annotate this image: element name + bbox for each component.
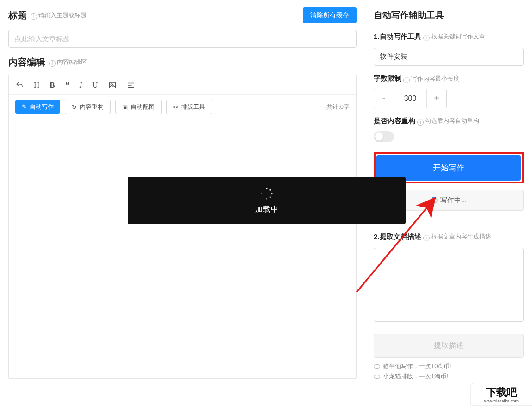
auto-image-button[interactable]: ▣自动配图 (115, 100, 162, 114)
stepper-minus-button[interactable]: - (374, 89, 394, 108)
description-textarea[interactable] (374, 248, 524, 322)
svg-point-12 (263, 189, 263, 190)
keyword-input[interactable] (374, 48, 524, 66)
info-icon: i (423, 235, 430, 241)
info-icon: i (423, 35, 430, 41)
title-input[interactable] (8, 30, 357, 48)
image-icon[interactable] (108, 81, 117, 89)
price-line-1: 猫半仙写作，一次10淘币! (374, 362, 524, 370)
stepper-input[interactable] (394, 89, 427, 108)
word-count: 共计:0字 (326, 103, 350, 111)
coin-icon (374, 364, 380, 369)
svg-point-7 (271, 193, 273, 194)
restructure-toggle[interactable] (374, 131, 394, 142)
heading-icon[interactable]: H (34, 81, 39, 90)
bold-icon[interactable]: B (50, 81, 55, 90)
info-icon: i (31, 13, 37, 20)
svg-point-10 (263, 196, 263, 197)
sec1-label: 1.自动写作工具 (374, 32, 421, 40)
quantity-stepper: - + (374, 89, 447, 108)
restructure-button[interactable]: ↻内容重构 (65, 100, 111, 114)
svg-point-8 (269, 196, 271, 198)
undo-icon[interactable] (15, 81, 24, 89)
refresh-icon: ↻ (72, 104, 77, 111)
restructure-toggle-label: 是否内容重构 (374, 117, 415, 125)
clear-cache-button[interactable]: 清除所有缓存 (303, 7, 357, 23)
loading-spinner-icon (260, 187, 273, 200)
coin-icon (374, 375, 380, 379)
svg-point-9 (266, 198, 267, 199)
svg-point-5 (266, 188, 267, 189)
info-icon: i (417, 119, 424, 126)
info-icon: i (403, 77, 410, 83)
editor-toolbar: H B ❝ I U (9, 75, 356, 95)
svg-rect-0 (109, 82, 116, 88)
sec1-hint: i根据关键词写作文章 (423, 33, 485, 40)
loading-text: 加载中 (255, 205, 279, 214)
editor-body[interactable] (9, 119, 356, 378)
sec2-label: 2.提取文档描述 (374, 232, 421, 240)
italic-icon[interactable]: I (80, 81, 82, 90)
wordlimit-hint: i写作内容最小长度 (403, 75, 459, 82)
price-line-2: 小龙猫排版，一次1淘币! (374, 372, 524, 381)
stepper-plus-button[interactable]: + (427, 89, 446, 108)
auto-write-button[interactable]: ✎自动写作 (15, 100, 60, 114)
image-icon: ▣ (122, 104, 128, 111)
watermark-logo: 下载吧 www.xiazaiba.com (471, 383, 532, 405)
title-hint: i请输入主题或标题 (31, 11, 87, 20)
align-icon[interactable] (127, 81, 135, 89)
sidebar-title: 自动写作辅助工具 (374, 9, 524, 21)
layout-tool-button[interactable]: ✂排版工具 (166, 100, 212, 114)
info-icon: i (49, 60, 56, 67)
title-label: 标题 (8, 9, 27, 22)
pencil-icon: ✎ (22, 103, 27, 110)
wordlimit-label: 字数限制 (374, 74, 401, 82)
tool-icon: ✂ (173, 104, 178, 111)
spinner-icon (431, 197, 438, 204)
content-edit-label: 内容编辑 (8, 56, 45, 69)
loading-overlay: 加载中 (128, 177, 406, 224)
quote-icon[interactable]: ❝ (65, 80, 69, 90)
svg-point-11 (261, 193, 262, 194)
underline-icon[interactable]: U (92, 81, 98, 90)
svg-point-6 (269, 189, 271, 190)
restructure-toggle-hint: i勾选后内容自动重构 (417, 117, 479, 124)
extract-button[interactable]: 提取描述 (374, 334, 524, 358)
sec2-hint: i根据文章内容生成描述 (423, 233, 491, 240)
content-edit-hint: i内容编辑区 (49, 58, 87, 67)
